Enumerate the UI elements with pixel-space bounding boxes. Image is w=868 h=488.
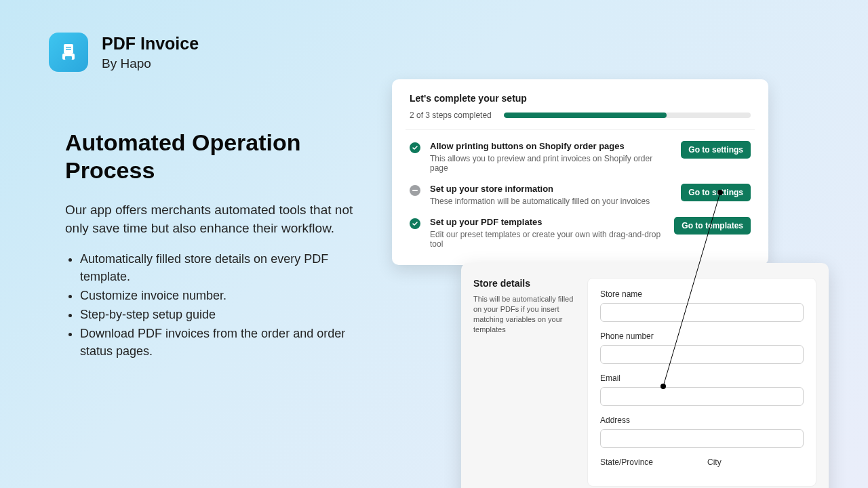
step-subtitle: Edit our preset templates or create your… xyxy=(430,230,665,249)
step-title: Allow printing buttons on Shopify order … xyxy=(430,141,671,151)
progress-text: 2 of 3 steps completed xyxy=(410,110,492,120)
go-to-templates-button[interactable]: Go to templates xyxy=(674,217,751,235)
app-byline: By Hapo xyxy=(102,56,199,71)
setup-step-1: Allow printing buttons on Shopify order … xyxy=(410,141,751,173)
address-input[interactable] xyxy=(600,429,804,448)
step-title: Set up your store information xyxy=(430,184,671,194)
details-title: Store details xyxy=(473,278,575,289)
address-label: Address xyxy=(600,415,804,425)
setup-step-2: Set up your store information These info… xyxy=(410,184,751,206)
divider xyxy=(406,129,755,130)
page-description: Our app offers merchants automated tools… xyxy=(65,201,370,238)
svg-rect-4 xyxy=(65,56,72,60)
go-to-settings-button[interactable]: Go to settings xyxy=(681,141,751,159)
progress-fill xyxy=(504,113,667,118)
step-subtitle: This allows you to preview and print inv… xyxy=(430,154,671,173)
svg-rect-1 xyxy=(66,47,71,48)
pdf-invoice-icon xyxy=(49,33,88,72)
bullet-item: Customize invoice number. xyxy=(80,287,370,304)
progress-bar xyxy=(504,113,751,118)
bullet-item: Automatically filled store details on ev… xyxy=(80,250,370,285)
store-name-input[interactable] xyxy=(600,303,804,322)
svg-rect-2 xyxy=(66,49,71,50)
app-title: PDF Invoice xyxy=(102,34,199,54)
document-printer-icon xyxy=(58,41,79,63)
state-label: State/Province xyxy=(600,458,696,467)
phone-input[interactable] xyxy=(600,345,804,364)
feature-bullets: Automatically filled store details on ev… xyxy=(65,250,370,361)
store-name-label: Store name xyxy=(600,289,804,299)
app-header: PDF Invoice By Hapo xyxy=(49,33,199,72)
bullet-item: Download PDF invoices from the order and… xyxy=(80,325,370,360)
bullet-item: Step-by-step setup guide xyxy=(80,306,370,323)
check-icon xyxy=(410,218,420,229)
go-to-settings-button[interactable]: Go to settings xyxy=(681,184,751,201)
pending-icon xyxy=(410,185,420,196)
annotation-dot xyxy=(717,190,723,195)
page-heading: Automated Operation Process xyxy=(65,129,370,184)
check-icon xyxy=(410,142,420,153)
city-label: City xyxy=(707,458,804,467)
step-subtitle: These information will be automatically … xyxy=(430,197,671,206)
setup-title: Let's complete your setup xyxy=(410,93,751,104)
marketing-copy: Automated Operation Process Our app offe… xyxy=(65,129,370,361)
store-details-form: Store name Phone number Email Address St… xyxy=(587,278,816,487)
email-label: Email xyxy=(600,373,804,383)
details-hint: This will be automatically filled on you… xyxy=(473,294,575,334)
store-details-card: Store details This will be automatically… xyxy=(461,263,829,488)
phone-label: Phone number xyxy=(600,331,804,341)
setup-card: Let's complete your setup 2 of 3 steps c… xyxy=(392,79,768,265)
annotation-dot xyxy=(660,384,666,389)
step-title: Set up your PDF templates xyxy=(430,217,665,227)
setup-step-3: Set up your PDF templates Edit our prese… xyxy=(410,217,751,249)
email-input[interactable] xyxy=(600,387,804,406)
